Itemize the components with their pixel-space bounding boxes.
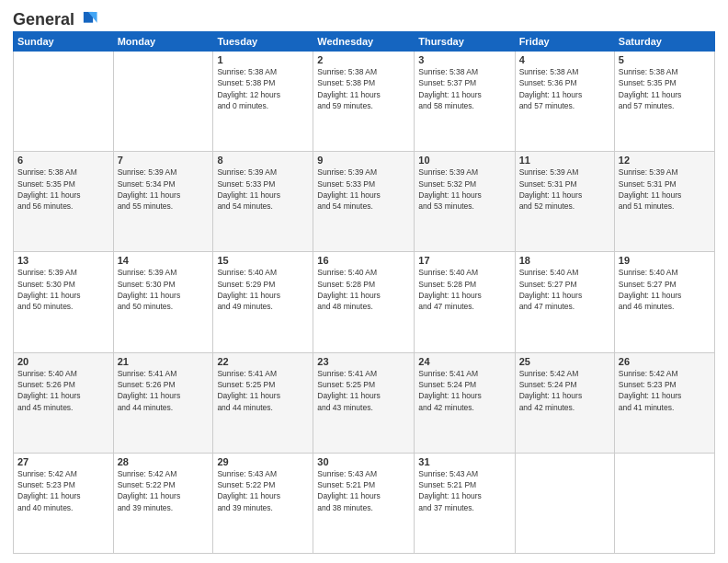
logo: General [13, 9, 98, 29]
day-info: Sunrise: 5:43 AM Sunset: 5:21 PM Dayligh… [418, 468, 510, 513]
calendar-cell: 20Sunrise: 5:40 AM Sunset: 5:26 PM Dayli… [14, 352, 114, 453]
day-number: 10 [418, 155, 510, 166]
day-number: 1 [217, 54, 309, 65]
calendar-cell [14, 52, 114, 152]
weekday-header-saturday: Saturday [614, 32, 714, 52]
day-info: Sunrise: 5:39 AM Sunset: 5:31 PM Dayligh… [619, 167, 711, 212]
calendar-cell: 21Sunrise: 5:41 AM Sunset: 5:26 PM Dayli… [113, 352, 213, 453]
day-info: Sunrise: 5:40 AM Sunset: 5:28 PM Dayligh… [418, 267, 510, 312]
day-number: 7 [118, 155, 210, 166]
header: General [13, 9, 715, 26]
day-info: Sunrise: 5:38 AM Sunset: 5:38 PM Dayligh… [317, 66, 410, 111]
day-number: 24 [418, 356, 510, 367]
day-info: Sunrise: 5:41 AM Sunset: 5:24 PM Dayligh… [418, 368, 510, 413]
logo-area: General [13, 9, 98, 26]
day-number: 29 [217, 456, 309, 467]
calendar-cell: 30Sunrise: 5:43 AM Sunset: 5:21 PM Dayli… [313, 453, 415, 553]
calendar-cell: 28Sunrise: 5:42 AM Sunset: 5:22 PM Dayli… [113, 453, 213, 553]
day-number: 31 [418, 456, 510, 467]
calendar-cell [614, 453, 714, 553]
day-info: Sunrise: 5:39 AM Sunset: 5:34 PM Dayligh… [118, 167, 210, 212]
day-number: 27 [17, 456, 109, 467]
day-info: Sunrise: 5:40 AM Sunset: 5:28 PM Dayligh… [317, 267, 410, 312]
day-info: Sunrise: 5:38 AM Sunset: 5:37 PM Dayligh… [418, 66, 510, 111]
calendar-cell: 8Sunrise: 5:39 AM Sunset: 5:33 PM Daylig… [213, 152, 313, 252]
day-info: Sunrise: 5:39 AM Sunset: 5:30 PM Dayligh… [118, 267, 210, 312]
weekday-header-wednesday: Wednesday [313, 32, 415, 52]
day-number: 19 [619, 255, 711, 266]
page: General SundayMondayTuesdayWednesdayThur… [0, 0, 728, 563]
calendar-week-1: 1Sunrise: 5:38 AM Sunset: 5:38 PM Daylig… [14, 52, 715, 152]
calendar-week-5: 27Sunrise: 5:42 AM Sunset: 5:23 PM Dayli… [14, 453, 715, 553]
day-number: 8 [217, 155, 309, 166]
day-number: 13 [17, 255, 109, 266]
calendar-cell: 9Sunrise: 5:39 AM Sunset: 5:33 PM Daylig… [313, 152, 415, 252]
calendar-cell: 10Sunrise: 5:39 AM Sunset: 5:32 PM Dayli… [415, 152, 515, 252]
calendar-cell: 27Sunrise: 5:42 AM Sunset: 5:23 PM Dayli… [14, 453, 114, 553]
calendar-cell: 17Sunrise: 5:40 AM Sunset: 5:28 PM Dayli… [415, 252, 515, 352]
day-number: 25 [519, 356, 610, 367]
day-number: 30 [317, 456, 410, 467]
day-number: 23 [317, 356, 410, 367]
day-number: 11 [519, 155, 610, 166]
day-number: 21 [118, 356, 210, 367]
day-info: Sunrise: 5:42 AM Sunset: 5:23 PM Dayligh… [619, 368, 711, 413]
calendar-week-4: 20Sunrise: 5:40 AM Sunset: 5:26 PM Dayli… [14, 352, 715, 453]
day-number: 16 [317, 255, 410, 266]
calendar-cell [515, 453, 614, 553]
calendar-cell: 13Sunrise: 5:39 AM Sunset: 5:30 PM Dayli… [14, 252, 114, 352]
day-number: 17 [418, 255, 510, 266]
day-number: 4 [519, 54, 610, 65]
day-number: 5 [619, 54, 711, 65]
weekday-header-tuesday: Tuesday [213, 32, 313, 52]
day-info: Sunrise: 5:41 AM Sunset: 5:25 PM Dayligh… [217, 368, 309, 413]
day-number: 14 [118, 255, 210, 266]
calendar-cell: 12Sunrise: 5:39 AM Sunset: 5:31 PM Dayli… [614, 152, 714, 252]
calendar-week-3: 13Sunrise: 5:39 AM Sunset: 5:30 PM Dayli… [14, 252, 715, 352]
calendar-cell: 19Sunrise: 5:40 AM Sunset: 5:27 PM Dayli… [614, 252, 714, 352]
day-info: Sunrise: 5:42 AM Sunset: 5:23 PM Dayligh… [17, 468, 109, 513]
day-number: 18 [519, 255, 610, 266]
weekday-header-sunday: Sunday [14, 32, 114, 52]
calendar-cell: 22Sunrise: 5:41 AM Sunset: 5:25 PM Dayli… [213, 352, 313, 453]
day-info: Sunrise: 5:38 AM Sunset: 5:35 PM Dayligh… [619, 66, 711, 111]
day-info: Sunrise: 5:42 AM Sunset: 5:24 PM Dayligh… [519, 368, 610, 413]
calendar-table: SundayMondayTuesdayWednesdayThursdayFrid… [13, 31, 715, 554]
day-number: 15 [217, 255, 309, 266]
calendar-cell: 4Sunrise: 5:38 AM Sunset: 5:36 PM Daylig… [515, 52, 614, 152]
day-info: Sunrise: 5:38 AM Sunset: 5:36 PM Dayligh… [519, 66, 610, 111]
calendar-cell: 31Sunrise: 5:43 AM Sunset: 5:21 PM Dayli… [415, 453, 515, 553]
logo-icon [78, 9, 98, 29]
day-info: Sunrise: 5:41 AM Sunset: 5:26 PM Dayligh… [118, 368, 210, 413]
calendar-cell: 29Sunrise: 5:43 AM Sunset: 5:22 PM Dayli… [213, 453, 313, 553]
weekday-header-thursday: Thursday [415, 32, 515, 52]
calendar-week-2: 6Sunrise: 5:38 AM Sunset: 5:35 PM Daylig… [14, 152, 715, 252]
calendar-cell: 23Sunrise: 5:41 AM Sunset: 5:25 PM Dayli… [313, 352, 415, 453]
calendar-cell: 24Sunrise: 5:41 AM Sunset: 5:24 PM Dayli… [415, 352, 515, 453]
day-number: 26 [619, 356, 711, 367]
weekday-header-row: SundayMondayTuesdayWednesdayThursdayFrid… [14, 32, 715, 52]
day-info: Sunrise: 5:40 AM Sunset: 5:27 PM Dayligh… [619, 267, 711, 312]
day-info: Sunrise: 5:39 AM Sunset: 5:33 PM Dayligh… [217, 167, 309, 212]
day-info: Sunrise: 5:38 AM Sunset: 5:35 PM Dayligh… [17, 167, 109, 212]
day-info: Sunrise: 5:41 AM Sunset: 5:25 PM Dayligh… [317, 368, 410, 413]
calendar-cell: 15Sunrise: 5:40 AM Sunset: 5:29 PM Dayli… [213, 252, 313, 352]
calendar-cell: 26Sunrise: 5:42 AM Sunset: 5:23 PM Dayli… [614, 352, 714, 453]
day-info: Sunrise: 5:39 AM Sunset: 5:33 PM Dayligh… [317, 167, 410, 212]
weekday-header-monday: Monday [113, 32, 213, 52]
day-number: 12 [619, 155, 711, 166]
calendar-cell: 11Sunrise: 5:39 AM Sunset: 5:31 PM Dayli… [515, 152, 614, 252]
calendar-cell: 18Sunrise: 5:40 AM Sunset: 5:27 PM Dayli… [515, 252, 614, 352]
calendar-cell: 14Sunrise: 5:39 AM Sunset: 5:30 PM Dayli… [113, 252, 213, 352]
logo-general: General [13, 10, 74, 29]
calendar-cell: 16Sunrise: 5:40 AM Sunset: 5:28 PM Dayli… [313, 252, 415, 352]
day-info: Sunrise: 5:42 AM Sunset: 5:22 PM Dayligh… [118, 468, 210, 513]
calendar-cell: 5Sunrise: 5:38 AM Sunset: 5:35 PM Daylig… [614, 52, 714, 152]
day-info: Sunrise: 5:39 AM Sunset: 5:31 PM Dayligh… [519, 167, 610, 212]
day-number: 3 [418, 54, 510, 65]
day-number: 9 [317, 155, 410, 166]
calendar-cell: 3Sunrise: 5:38 AM Sunset: 5:37 PM Daylig… [415, 52, 515, 152]
calendar-cell: 7Sunrise: 5:39 AM Sunset: 5:34 PM Daylig… [113, 152, 213, 252]
day-number: 6 [17, 155, 109, 166]
calendar-cell [113, 52, 213, 152]
